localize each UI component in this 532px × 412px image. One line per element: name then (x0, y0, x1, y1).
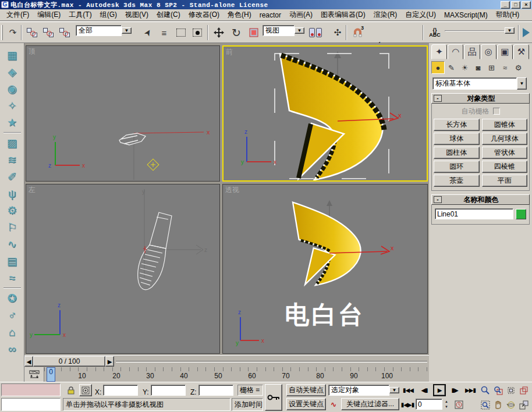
tab-modify-icon[interactable]: ◠ (448, 44, 463, 59)
selection-filter-dropdown[interactable]: 全部 ▼ (76, 24, 132, 37)
shapes-category-icon[interactable]: ✎ (445, 61, 458, 74)
systems-category-icon[interactable]: ⚙ (512, 61, 525, 74)
select-and-scale-icon[interactable] (246, 24, 262, 41)
rendering-tab-icon[interactable]: ⚙ (3, 202, 21, 219)
current-frame-marker[interactable]: 0 (47, 367, 55, 382)
particles-tab-icon[interactable]: ★ (3, 114, 21, 131)
time-step-forward-icon[interactable]: ▶ (105, 356, 114, 367)
time-step-back-icon[interactable]: ◀ (24, 356, 33, 367)
reactor-tab-icon[interactable]: ≈ (3, 269, 21, 286)
modeling-tab-icon[interactable]: ψ (3, 185, 21, 202)
minimize-button[interactable]: _ (501, 1, 510, 9)
collapse-icon[interactable]: - (434, 196, 442, 203)
trackbar-mode-icon[interactable] (24, 367, 44, 382)
menu-group[interactable]: 组(G) (96, 9, 121, 21)
compounds-tab-icon[interactable]: ◉ (3, 80, 21, 97)
menu-customize[interactable]: 自定义(U) (401, 9, 440, 21)
plane-button[interactable]: 平面 (482, 175, 528, 187)
menu-edit[interactable]: 编辑(E) (33, 9, 65, 21)
go-to-start-button[interactable]: ▮◀◀ (402, 384, 414, 396)
keyboard-shortcut-override-icon[interactable] (265, 384, 282, 411)
object-color-swatch[interactable] (516, 209, 526, 219)
chevron-down-icon[interactable]: ▼ (505, 27, 515, 34)
chevron-down-icon[interactable]: ▼ (122, 27, 132, 34)
selection-lock-icon[interactable] (65, 384, 77, 396)
maximize-button[interactable]: □ (511, 1, 520, 9)
arc-rotate-icon[interactable] (505, 399, 517, 411)
spacewarps-category-icon[interactable]: ≈ (498, 61, 512, 74)
geosphere-button[interactable]: 几何球体 (482, 133, 528, 145)
tab-motion-icon[interactable]: ◎ (481, 44, 496, 59)
dynamics-tab-icon[interactable]: ∿ (3, 236, 21, 253)
name-color-rollout-header[interactable]: - 名称和颜色 (431, 194, 530, 205)
selection-set-dropdown[interactable]: 选定对象 ▼ (328, 384, 399, 396)
go-to-end-button[interactable]: ▶▶▮ (463, 384, 477, 396)
tab-display-icon[interactable]: ▣ (497, 44, 513, 59)
previous-frame-button[interactable]: ◀▮ (418, 384, 431, 396)
lights-cameras-tab-icon[interactable]: ✧ (3, 97, 21, 114)
undo-icon[interactable]: ↷ (5, 24, 21, 41)
mirror-tool-icon[interactable] (522, 24, 531, 41)
unlink-selection-icon[interactable] (41, 24, 56, 41)
viewport-front-label[interactable]: 前 (226, 47, 233, 57)
select-and-rotate-icon[interactable]: ↻ (228, 24, 244, 41)
add-time-tag[interactable]: 添加时间 (232, 398, 263, 411)
viewport-top-label[interactable]: 顶 (29, 47, 36, 56)
x-coordinate-input[interactable] (104, 385, 137, 395)
select-and-manipulate-icon[interactable]: ✣ (329, 24, 346, 41)
viewport-perspective[interactable]: 透视 x (222, 184, 428, 354)
snap-toggle-icon[interactable]: 3 (349, 24, 366, 41)
torus-button[interactable]: 圆环 (434, 161, 480, 173)
zoom-icon[interactable] (480, 384, 491, 396)
menu-tools[interactable]: 工具(T) (65, 9, 95, 21)
cylinder-button[interactable]: 圆柱体 (434, 147, 480, 159)
select-by-name-icon[interactable]: ≡ (156, 24, 172, 41)
viewport-front[interactable]: 前 x z (222, 45, 428, 182)
region-zoom-icon[interactable] (480, 399, 491, 411)
reference-coordinate-dropdown[interactable]: 视图 ▼ (263, 24, 304, 37)
object-name-input[interactable] (435, 209, 513, 219)
tab-create-icon[interactable]: ✦ (431, 44, 447, 59)
next-frame-button[interactable]: ▮▶ (448, 384, 461, 396)
primitive-category-dropdown[interactable]: 标准基本体 ▼ (432, 77, 527, 90)
menu-maxscript[interactable]: MAXScript(M) (440, 10, 492, 20)
character-tab-icon[interactable]: ♂ (3, 307, 21, 324)
shapes-tab-icon[interactable]: ◈ (3, 63, 21, 80)
menu-animation[interactable]: 动画(A) (285, 9, 317, 21)
rectangular-selection-icon[interactable] (173, 24, 189, 41)
set-key-button[interactable]: 设置关键点 (286, 398, 326, 410)
maxscript-mini-listener-white[interactable] (1, 398, 61, 411)
time-configuration-icon[interactable] (453, 399, 464, 411)
time-slider-button[interactable]: 0 / 100 (33, 356, 105, 367)
new-key-curve-icon[interactable]: ∿ (328, 398, 339, 410)
spacewarps-tab-icon[interactable]: ≋ (3, 151, 21, 168)
z-coordinate-input[interactable] (199, 385, 233, 395)
collapse-icon[interactable]: - (434, 95, 442, 102)
viewport-top[interactable]: 顶 x y x z (26, 45, 220, 182)
animation-tab-icon[interactable]: ⚐ (3, 219, 21, 236)
tube-button[interactable]: 管状体 (482, 147, 528, 159)
utilities-tab-icon[interactable]: ▤ (3, 253, 21, 269)
current-frame-input[interactable] (416, 399, 442, 409)
y-coordinate-input[interactable] (151, 385, 185, 395)
lights-category-icon[interactable]: ☀ (458, 61, 471, 74)
chevron-down-icon[interactable]: ▼ (295, 27, 304, 34)
objects-tab-icon[interactable]: ▦ (3, 47, 21, 63)
mirror-icon[interactable] (307, 24, 324, 41)
named-selection-dropdown[interactable]: ▼ (445, 24, 515, 37)
architecture-tab-icon[interactable]: ⌂ (3, 324, 21, 340)
link-tab-icon[interactable]: ∞ (3, 340, 21, 357)
menu-graph-editors[interactable]: 图表编辑器(D) (317, 9, 370, 21)
box-button[interactable]: 长方体 (434, 119, 480, 131)
teapot-button[interactable]: 茶壶 (434, 175, 480, 187)
knot-tab-icon[interactable]: ✪ (3, 290, 21, 307)
zoom-all-icon[interactable] (492, 384, 504, 396)
track-bar-ruler[interactable]: 0 10 20 30 40 50 60 70 80 90 100 (44, 367, 429, 382)
menu-character[interactable]: 角色(H) (224, 9, 256, 21)
close-button[interactable]: × (522, 1, 531, 9)
modifiers-tab-icon[interactable]: ✐ (3, 168, 21, 185)
cone-button[interactable]: 圆锥体 (482, 119, 528, 131)
select-and-move-icon[interactable] (211, 24, 227, 41)
helpers-category-icon[interactable]: ⊞ (485, 61, 498, 74)
time-slider-track[interactable] (116, 361, 427, 363)
